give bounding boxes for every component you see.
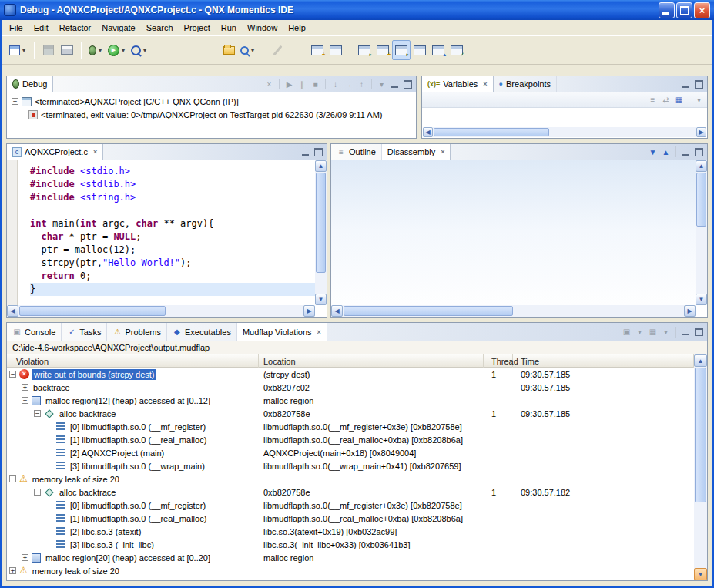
open-element-button[interactable] [220, 40, 238, 60]
suspend-icon[interactable]: ∥ [297, 79, 308, 90]
print-button[interactable] [58, 40, 76, 60]
new-button[interactable]: ▾ [7, 40, 29, 60]
left-arrow-icon[interactable]: ◀ [7, 305, 18, 317]
minimize-view-button[interactable] [389, 79, 401, 89]
violation-row[interactable]: [2] libc.so.3 (atexit)libc.so.3(atexit+0… [7, 525, 694, 538]
chevron-down-icon[interactable]: ▾ [634, 326, 645, 338]
menu-window[interactable]: Window [242, 21, 283, 35]
show-logical-structure-icon[interactable]: ⇄ [660, 94, 672, 106]
right-arrow-icon[interactable]: ▶ [696, 127, 706, 137]
violation-row[interactable]: −×write out of bounds (strcpy dest)(strc… [7, 368, 694, 381]
code-line[interactable]: } [30, 283, 315, 296]
tab-editor-aqnxcproject[interactable]: c AQNXCProject.c × [7, 144, 103, 160]
tab-variables[interactable]: (x)= Variables × [422, 76, 494, 92]
column-header-thread[interactable]: Thread [484, 354, 513, 368]
view-menu-icon[interactable]: ▾ [376, 79, 387, 90]
scrollbar-thumb[interactable] [19, 306, 166, 316]
right-arrow-icon[interactable]: ▶ [684, 305, 696, 317]
violation-row[interactable]: [0] libmudflapth.so.0 (__mf_register)lib… [7, 420, 694, 433]
maximize-view-button[interactable] [402, 79, 414, 89]
violation-row[interactable]: [1] libmudflapth.so.0 (__real_malloc)lib… [7, 512, 694, 525]
left-arrow-icon[interactable]: ◀ [423, 127, 433, 137]
view-shortcut-button[interactable]: ▸ [355, 40, 374, 60]
minimize-view-button[interactable] [300, 147, 311, 157]
violation-label[interactable]: [3] libc.so.3 (_init_libc) [69, 539, 156, 550]
vertical-scrollbar[interactable]: ▲ ▼ [694, 354, 707, 580]
column-header-location[interactable]: Location [259, 354, 484, 368]
horizontal-scrollbar[interactable]: ◀ ▶ [7, 305, 315, 317]
down-arrow-icon[interactable]: ▼ [315, 294, 327, 305]
violation-row[interactable]: +backtrace0xb8207c0209:30.57.185 [7, 381, 694, 394]
violation-label[interactable]: [0] libmudflapth.so.0 (__mf_register) [69, 500, 207, 511]
remove-terminated-icon[interactable]: × [263, 79, 275, 90]
annotate-button[interactable] [268, 40, 287, 60]
maximize-view-button[interactable] [693, 79, 705, 89]
code-line[interactable]: #include <string.h> [30, 191, 315, 204]
scrollbar-thumb[interactable] [695, 368, 706, 502]
left-arrow-icon[interactable]: ◀ [331, 305, 343, 317]
scroll-down-icon[interactable]: ▼ [647, 146, 659, 158]
chevron-down-icon[interactable]: ▾ [97, 47, 103, 54]
minimize-button[interactable] [659, 2, 675, 18]
code-line[interactable]: strcpy(ptr,"Hello World!"); [30, 257, 315, 270]
violation-label[interactable]: [2] AQNXCProject (main) [69, 448, 166, 459]
scrollbar-thumb[interactable] [696, 173, 706, 227]
down-arrow-icon[interactable]: ▼ [694, 568, 707, 580]
code-line[interactable]: char * ptr = NULL; [30, 230, 315, 244]
violation-label[interactable]: alloc backtrace [58, 408, 117, 419]
right-arrow-icon[interactable]: ▶ [303, 305, 315, 317]
violation-label[interactable]: [1] libmudflapth.so.0 (__real_malloc) [69, 435, 208, 445]
minimize-view-button[interactable] [680, 79, 692, 89]
maximize-view-button[interactable] [693, 147, 705, 157]
menu-file[interactable]: File [4, 21, 28, 35]
step-into-icon[interactable]: ↓ [330, 79, 341, 90]
collapse-icon[interactable]: − [9, 475, 16, 482]
up-arrow-icon[interactable]: ▲ [315, 160, 327, 172]
menu-search[interactable]: Search [141, 21, 179, 35]
view-menu-icon[interactable]: ▾ [693, 94, 705, 106]
tab-mudflap-violations[interactable]: Mudflap Violations × [237, 323, 327, 341]
violation-label[interactable]: malloc region[12] (heap) accessed at [0.… [44, 395, 212, 406]
column-header-violation[interactable]: Violation [7, 354, 259, 368]
column-header-time[interactable]: Time [513, 354, 694, 368]
violation-row[interactable]: −alloc backtrace0xb820758e109:30.57.185 [7, 407, 694, 420]
collapse-icon[interactable]: − [12, 98, 18, 105]
menu-help[interactable]: Help [283, 21, 311, 35]
tab-console[interactable]: ▣ Console [7, 323, 62, 341]
violation-row[interactable]: [3] libc.so.3 (_init_libc)libc.so.3(_ini… [7, 538, 694, 551]
view-shortcut-button[interactable]: + [374, 40, 392, 60]
view-shortcut-button[interactable] [411, 40, 429, 60]
violation-row[interactable]: −malloc region[12] (heap) accessed at [0… [7, 394, 694, 407]
debug-button[interactable]: ▾ [86, 40, 106, 60]
scrollbar-thumb[interactable] [316, 173, 326, 273]
terminate-icon[interactable]: ■ [310, 79, 321, 90]
menu-run[interactable]: Run [216, 21, 242, 35]
code-line[interactable] [30, 204, 315, 217]
tab-debug[interactable]: Debug [7, 76, 53, 92]
expand-icon[interactable]: + [9, 567, 16, 574]
chevron-down-icon[interactable]: ▾ [21, 47, 27, 54]
violation-row[interactable]: −⚠memory leak of size 20 [7, 472, 694, 486]
minimize-view-button[interactable] [680, 327, 692, 337]
code-line[interactable]: int main(int argc, char ** argv){ [30, 217, 315, 230]
tab-disassembly[interactable]: Disassembly × [382, 144, 451, 160]
violation-label[interactable]: [3] libmudflapth.so.0 (__wrap_main) [69, 461, 206, 472]
violation-label[interactable]: alloc backtrace [58, 487, 117, 498]
variables-content[interactable]: ◀ ▶ [422, 108, 707, 138]
expand-icon[interactable]: + [22, 384, 28, 391]
search-button[interactable]: ▾ [238, 40, 258, 60]
horizontal-scrollbar[interactable]: ◀ ▶ [423, 127, 706, 137]
violation-label[interactable]: write out of bounds (strcpy dest) [32, 369, 156, 380]
close-icon[interactable]: × [483, 80, 487, 88]
title-bar[interactable]: Debug - AQNXCProject/AQNXCProject.c - QN… [0, 0, 714, 20]
code-line[interactable]: return 0; [30, 270, 315, 283]
maximize-view-button[interactable] [693, 327, 705, 337]
vertical-scrollbar[interactable]: ▲ ▼ [696, 160, 707, 305]
violation-label[interactable]: backtrace [32, 382, 72, 393]
new-view-shortcut-button[interactable]: + [308, 40, 327, 60]
step-over-icon[interactable]: → [343, 79, 354, 90]
scrollbar-thumb[interactable] [434, 128, 549, 136]
debug-launch-row[interactable]: − <terminated>AQNXCProject [C/C++ QNX QC… [7, 95, 416, 108]
collapse-icon[interactable]: − [9, 371, 16, 378]
violation-label[interactable]: [2] libc.so.3 (atexit) [69, 526, 142, 537]
